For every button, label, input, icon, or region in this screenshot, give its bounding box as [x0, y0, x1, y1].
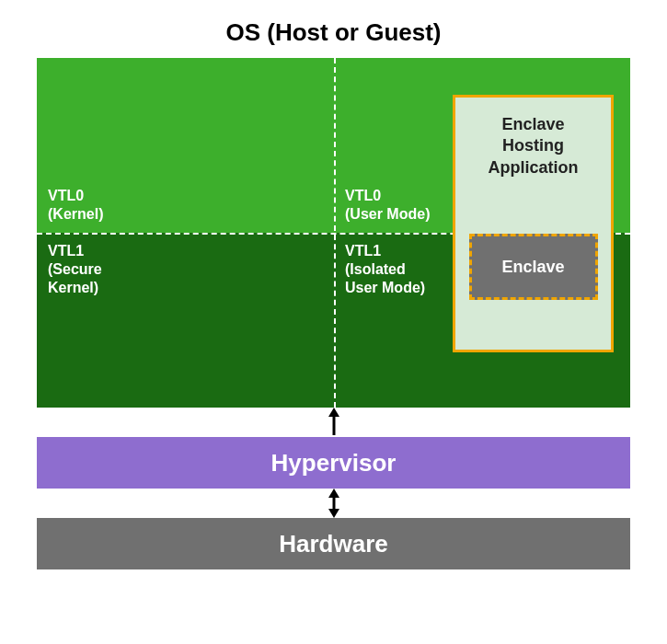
os-hypervisor-arrow-container	[37, 408, 630, 437]
vertical-divider	[334, 58, 336, 408]
double-arrow-icon	[325, 489, 343, 518]
enclave-app-label: EnclaveHostingApplication	[489, 114, 579, 178]
enclave-box: Enclave	[469, 234, 598, 300]
svg-marker-1	[328, 408, 339, 417]
hardware-layer: Hardware	[37, 518, 630, 569]
enclave-hosting-application-box: EnclaveHostingApplication Enclave	[453, 95, 614, 352]
hypervisor-layer: Hypervisor	[37, 437, 630, 489]
vtl1-isolated-user-label: VTL1(IsolatedUser Mode)	[345, 242, 425, 297]
diagram-title: OS (Host or Guest)	[37, 18, 630, 47]
vtl0-kernel-label: VTL0(Kernel)	[48, 187, 103, 224]
vtl1-secure-kernel-label: VTL1(SecureKernel)	[48, 242, 102, 297]
hypervisor-hardware-arrow-container	[37, 489, 630, 518]
os-layer-box: VTL0(Kernel) VTL0(User Mode) VTL1(Secure…	[37, 58, 630, 408]
up-arrow-icon	[325, 408, 343, 437]
vtl0-user-label: VTL0(User Mode)	[345, 187, 430, 224]
enclave-label: Enclave	[501, 258, 564, 277]
svg-marker-4	[328, 509, 339, 518]
svg-marker-3	[328, 489, 339, 498]
